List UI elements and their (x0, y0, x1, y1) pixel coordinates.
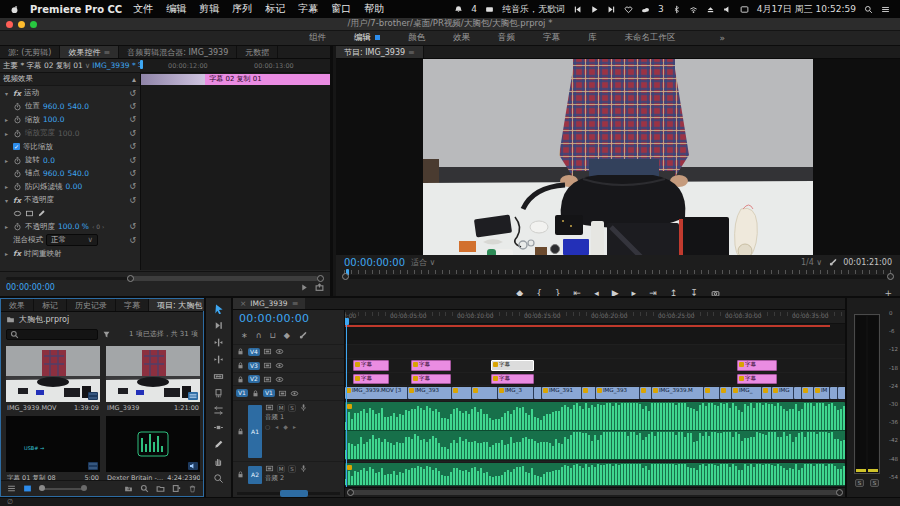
solo-right-button[interactable]: S (870, 479, 879, 487)
track-header-V2[interactable]: V2 (233, 372, 344, 385)
filter-bin-icon[interactable] (102, 330, 111, 339)
play-audio-icon[interactable] (300, 283, 309, 292)
effect-row-不透明度[interactable]: ▾fx不透明度↺ (0, 194, 140, 207)
mask-rect-icon[interactable] (25, 209, 34, 218)
item-name[interactable]: IMG_3939.MOV (7, 404, 56, 412)
solo-button[interactable]: S (288, 465, 296, 473)
audio-meters-panel[interactable]: 0-6-12-18-24-30-36-42-48-54 S S (845, 298, 900, 497)
track-lock-icon[interactable] (236, 361, 245, 370)
clip-selector[interactable]: IMG_3939 * 字幕 … (92, 61, 140, 71)
wifi-icon[interactable] (689, 5, 698, 14)
video-clip-segment[interactable] (838, 387, 845, 399)
effect-controls-timecode[interactable]: 00:00:00:00 (6, 283, 55, 292)
stopwatch-icon[interactable] (13, 102, 22, 111)
media-previous-icon[interactable] (573, 5, 582, 14)
reset-param-icon[interactable]: ↺ (129, 196, 136, 205)
display-menu-icon[interactable] (740, 5, 749, 14)
favorite-icon[interactable] (624, 5, 633, 14)
effect-row-缩放[interactable]: ▸缩放100.0↺ (0, 113, 140, 126)
add-marker-icon[interactable]: ◆ (284, 331, 290, 340)
mask-ellipse-icon[interactable] (13, 209, 22, 218)
audio-clip[interactable] (345, 463, 845, 486)
hand-tool[interactable] (211, 455, 227, 468)
stopwatch-icon[interactable] (13, 115, 22, 124)
timeline-settings-icon[interactable] (298, 331, 307, 340)
project-bin-name[interactable]: 大胸包.prproj (19, 314, 69, 325)
zoom-tool[interactable] (211, 472, 227, 485)
workspace-tab-音频[interactable]: 音频 (484, 32, 529, 44)
effect-row-运动[interactable]: ▾fx运动↺ (0, 86, 140, 99)
video-clip-segment[interactable] (794, 387, 802, 399)
param-value[interactable]: 540.0 (67, 169, 88, 178)
track-header-A2[interactable]: A2MS音频 2 (233, 461, 344, 487)
track-lock-icon[interactable] (236, 470, 245, 479)
twirl-icon[interactable]: ▸ (3, 250, 10, 257)
reset-param-icon[interactable]: ↺ (129, 89, 136, 98)
timeline-clips-area[interactable]: 00:0000:00:05:0000:00:10:0000:00:15:0000… (345, 310, 845, 497)
effect-keyframe-area[interactable]: 字幕 02 复制 01 (140, 73, 330, 270)
program-monitor-tab[interactable]: 节目: IMG_3939≡ (336, 46, 424, 58)
workspace-tab-库[interactable]: 库 (574, 32, 611, 44)
twirl-icon[interactable]: ▸ (3, 130, 10, 137)
thumbnail-zoom-slider[interactable] (39, 488, 85, 490)
blend-mode-select[interactable]: 正常∨ (46, 234, 98, 246)
param-value[interactable]: 960.0 (43, 169, 64, 178)
twirl-icon[interactable]: ▾ (3, 197, 10, 204)
effect-row-锚点[interactable]: 锚点960.0540.0↺ (0, 167, 140, 180)
video-clip-segment[interactable]: IMG_393 (596, 387, 640, 399)
timeline-sequence-tab[interactable]: × IMG_3939 ≡ (233, 298, 305, 309)
video-clip-segment[interactable] (452, 387, 472, 399)
effect-row-混合模式[interactable]: 混合模式正常∨↺ (0, 234, 140, 247)
reset-param-icon[interactable]: ↺ (129, 102, 136, 111)
tab-标记[interactable]: 标记 (34, 299, 67, 311)
stopwatch-icon[interactable] (13, 222, 22, 231)
param-value[interactable]: 100.0 % (58, 222, 89, 231)
video-clip-segment[interactable] (582, 387, 596, 399)
graphics-clip[interactable]: 字幕 (353, 360, 389, 371)
video-clip-segment[interactable] (830, 387, 838, 399)
graphics-clip[interactable]: 字幕 (737, 360, 777, 371)
effect-row-不透明度[interactable]: ▸不透明度100.0 %‹ 0 ›↺ (0, 220, 140, 233)
track-display-icon[interactable] (265, 403, 274, 412)
mini-ruler-playhead[interactable] (140, 60, 143, 69)
tab-音频剪辑混合器: IMG_3939[interactable]: 音频剪辑混合器: IMG_3939 (119, 46, 237, 58)
prev-keyframe-icon[interactable]: ◂ (275, 423, 278, 430)
video-clip-segment[interactable]: IMG_393 (408, 387, 452, 399)
track-display-icon[interactable] (265, 464, 274, 473)
notification-center-icon[interactable] (881, 5, 890, 14)
tab-效果[interactable]: 效果 (1, 299, 34, 311)
workspace-tab-未命名工作区[interactable]: 未命名工作区 (611, 32, 690, 44)
video-clip-segment[interactable] (802, 387, 814, 399)
track-header-V1[interactable]: V1V1 (233, 385, 344, 400)
icon-view-icon[interactable] (23, 484, 32, 493)
export-frame-icon[interactable] (315, 283, 324, 292)
screen-capture-icon[interactable] (485, 5, 494, 14)
effect-row-缩放宽度[interactable]: ▸缩放宽度100.0↺ (0, 127, 140, 140)
program-scrubber[interactable] (342, 269, 894, 281)
track-V3-clips[interactable]: 字幕字幕字幕字幕 (345, 358, 845, 372)
effect-row-防闪烁滤镜[interactable]: ▸防闪烁滤镜0.00↺ (0, 180, 140, 193)
stopwatch-icon[interactable] (13, 169, 22, 178)
reset-param-icon[interactable]: ↺ (129, 236, 136, 245)
param-value[interactable]: 960.0 (43, 102, 64, 111)
add-keyframe-icon[interactable]: ◆ (283, 423, 288, 430)
track-target-V2[interactable]: V2 (248, 375, 260, 383)
video-clip-segment[interactable]: IMG_3939.M (652, 387, 704, 399)
video-clip-segment[interactable] (720, 387, 732, 399)
automate-to-sequence-icon[interactable] (124, 484, 133, 493)
param-value[interactable]: 540.0 (67, 102, 88, 111)
panel-menu-icon[interactable]: ≡ (408, 48, 415, 57)
twirl-icon[interactable]: ▸ (3, 157, 10, 164)
track-target-V3[interactable]: V3 (248, 362, 260, 370)
source-patch-V1[interactable]: V1 (236, 389, 248, 397)
bluetooth-icon[interactable] (672, 5, 681, 14)
reset-param-icon[interactable]: ↺ (129, 129, 136, 138)
reset-param-icon[interactable]: ↺ (129, 222, 136, 231)
tab-元数据[interactable]: 元数据 (237, 46, 278, 58)
effect-controls-scrollbar[interactable] (6, 274, 324, 283)
checkbox-等比缩放[interactable]: ✓ (13, 143, 20, 150)
app-menu-title[interactable]: Premiere Pro CC (30, 4, 122, 15)
media-play-icon[interactable] (590, 5, 599, 14)
track-display-icon[interactable] (263, 375, 272, 384)
snap-icon[interactable]: ∩ (256, 331, 262, 340)
